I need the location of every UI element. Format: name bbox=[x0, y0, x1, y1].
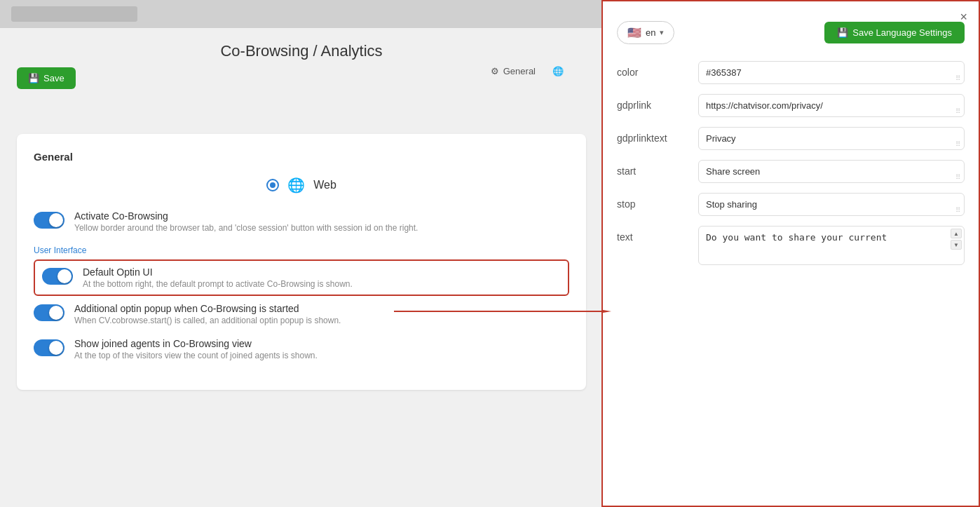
save-lang-icon: 💾 bbox=[837, 27, 848, 38]
web-radio-button[interactable] bbox=[266, 179, 279, 191]
chevron-down-icon: ▾ bbox=[660, 28, 664, 37]
tab-globe[interactable]: 🌐 bbox=[547, 63, 569, 79]
field-label-start: start bbox=[617, 160, 687, 177]
scroll-up-arrow[interactable]: ▲ bbox=[951, 229, 962, 238]
save-button[interactable]: 💾 Save bbox=[17, 67, 76, 89]
toggle-cobrowsing-label: Activate Co-Browsing bbox=[74, 210, 418, 222]
toggle-cobrowsing-desc: Yellow border around the browser tab, an… bbox=[74, 223, 418, 233]
toggle-additional-knob bbox=[49, 306, 63, 320]
field-input-wrapper-stop: ⠿ bbox=[698, 193, 965, 216]
toggle-cobrowsing-knob bbox=[49, 213, 63, 227]
field-input-stop[interactable] bbox=[698, 193, 965, 216]
right-panel: × 🇺🇸 en ▾ 💾 Save Language Settings color… bbox=[601, 0, 980, 507]
field-label-color: color bbox=[617, 61, 687, 78]
radio-inner bbox=[270, 182, 275, 188]
field-label-gdprlinktext: gdprlinktext bbox=[617, 127, 687, 144]
panel-top-row: 🇺🇸 en ▾ 💾 Save Language Settings bbox=[617, 21, 965, 44]
field-row-gdprlink: gdprlink ⠿ bbox=[617, 94, 965, 117]
web-label: Web bbox=[313, 179, 336, 191]
toggle-additional-row: Additional optin popup when Co-Browsing … bbox=[34, 303, 569, 325]
tab-general[interactable]: ⚙ General bbox=[485, 63, 541, 79]
toggle-default-ui-desc: At the bottom right, the default prompt … bbox=[83, 279, 353, 289]
field-input-wrapper-gdprlinktext: ⠿ bbox=[698, 127, 965, 150]
tab-general-label: General bbox=[503, 66, 536, 76]
toggle-default-ui[interactable] bbox=[42, 268, 73, 285]
field-row-stop: stop ⠿ bbox=[617, 193, 965, 216]
page-title: Co-Browsing / Analytics bbox=[17, 42, 586, 60]
top-bar-decoration bbox=[11, 6, 137, 22]
field-input-start[interactable] bbox=[698, 160, 965, 183]
flag-icon: 🇺🇸 bbox=[627, 26, 641, 39]
content-area: General 🌐 Web Activate Co-Browsing Yello… bbox=[0, 120, 603, 404]
field-row-color: color ⠿ bbox=[617, 61, 965, 84]
toggle-additional-desc: When CV.cobrowse.start() is called, an a… bbox=[74, 316, 341, 325]
top-bar bbox=[0, 0, 603, 28]
section-title: General bbox=[34, 151, 569, 163]
language-selector[interactable]: 🇺🇸 en ▾ bbox=[617, 21, 674, 44]
field-input-wrapper-start: ⠿ bbox=[698, 160, 965, 183]
resize-handle-gdprlink: ⠿ bbox=[955, 108, 962, 115]
resize-handle-gdprlinktext: ⠿ bbox=[955, 141, 962, 148]
toggle-joined-knob bbox=[49, 341, 63, 355]
toggle-joined[interactable] bbox=[34, 339, 64, 356]
close-icon: × bbox=[960, 10, 967, 24]
section-card: General 🌐 Web Activate Co-Browsing Yello… bbox=[17, 134, 586, 390]
toggle-default-ui-content: Default Optin UI At the bottom right, th… bbox=[83, 266, 353, 289]
field-textarea-wrapper-text: Do you want to share your current ▲ ▼ bbox=[698, 226, 965, 268]
toggle-cobrowsing-row: Activate Co-Browsing Yellow border aroun… bbox=[34, 210, 569, 233]
gear-icon: ⚙ bbox=[491, 66, 499, 76]
toggle-additional-label: Additional optin popup when Co-Browsing … bbox=[74, 303, 341, 314]
nav-tabs: ⚙ General 🌐 bbox=[17, 63, 586, 85]
highlighted-row: Default Optin UI At the bottom right, th… bbox=[34, 259, 569, 296]
field-input-color[interactable] bbox=[698, 61, 965, 84]
ui-section-label: User Interface bbox=[34, 245, 569, 255]
toggle-joined-content: Show joined agents in Co-Browsing view A… bbox=[74, 338, 318, 360]
toggle-additional-content: Additional optin popup when Co-Browsing … bbox=[74, 303, 341, 325]
field-input-wrapper-gdprlink: ⠿ bbox=[698, 94, 965, 117]
field-input-gdprlink[interactable] bbox=[698, 94, 965, 117]
toggle-joined-row: Show joined agents in Co-Browsing view A… bbox=[34, 338, 569, 360]
field-row-text: text Do you want to share your current ▲… bbox=[617, 226, 965, 268]
scroll-down-arrow[interactable]: ▼ bbox=[951, 240, 962, 250]
toggle-cobrowsing-content: Activate Co-Browsing Yellow border aroun… bbox=[74, 210, 418, 233]
save-language-button[interactable]: 💾 Save Language Settings bbox=[824, 22, 965, 43]
toggle-default-ui-label: Default Optin UI bbox=[83, 266, 353, 278]
toggle-default-knob bbox=[57, 269, 72, 283]
globe-icon: 🌐 bbox=[552, 66, 564, 76]
scroll-arrows: ▲ ▼ bbox=[951, 229, 962, 250]
close-button[interactable]: × bbox=[960, 10, 967, 25]
toggle-cobrowsing[interactable] bbox=[34, 212, 64, 229]
fields-container: color ⠿ gdprlink ⠿ gdprlinktext ⠿ start bbox=[617, 61, 965, 268]
web-globe-icon: 🌐 bbox=[287, 177, 305, 194]
field-label-text: text bbox=[617, 226, 687, 243]
main-area: 💾 Save Co-Browsing / Analytics ⚙ General… bbox=[0, 0, 603, 507]
lang-label: en bbox=[646, 27, 655, 38]
field-input-gdprlinktext[interactable] bbox=[698, 127, 965, 150]
save-lang-label: Save Language Settings bbox=[852, 27, 952, 38]
resize-handle-stop: ⠿ bbox=[955, 207, 962, 214]
field-label-gdprlink: gdprlink bbox=[617, 94, 687, 111]
save-icon: 💾 bbox=[28, 73, 39, 83]
field-row-gdprlinktext: gdprlinktext ⠿ bbox=[617, 127, 965, 150]
toggle-joined-desc: At the top of the visitors view the coun… bbox=[74, 351, 318, 360]
web-radio-row: 🌐 Web bbox=[34, 177, 569, 194]
field-textarea-text[interactable]: Do you want to share your current bbox=[698, 226, 965, 265]
field-row-start: start ⠿ bbox=[617, 160, 965, 183]
field-label-stop: stop bbox=[617, 193, 687, 210]
resize-handle-color: ⠿ bbox=[955, 75, 962, 82]
field-input-wrapper-color: ⠿ bbox=[698, 61, 965, 84]
save-button-label: Save bbox=[43, 73, 64, 83]
toggle-default-ui-row: Default Optin UI At the bottom right, th… bbox=[42, 266, 561, 289]
toggle-joined-label: Show joined agents in Co-Browsing view bbox=[74, 338, 318, 349]
toggle-additional[interactable] bbox=[34, 304, 64, 321]
resize-handle-start: ⠿ bbox=[955, 174, 962, 181]
